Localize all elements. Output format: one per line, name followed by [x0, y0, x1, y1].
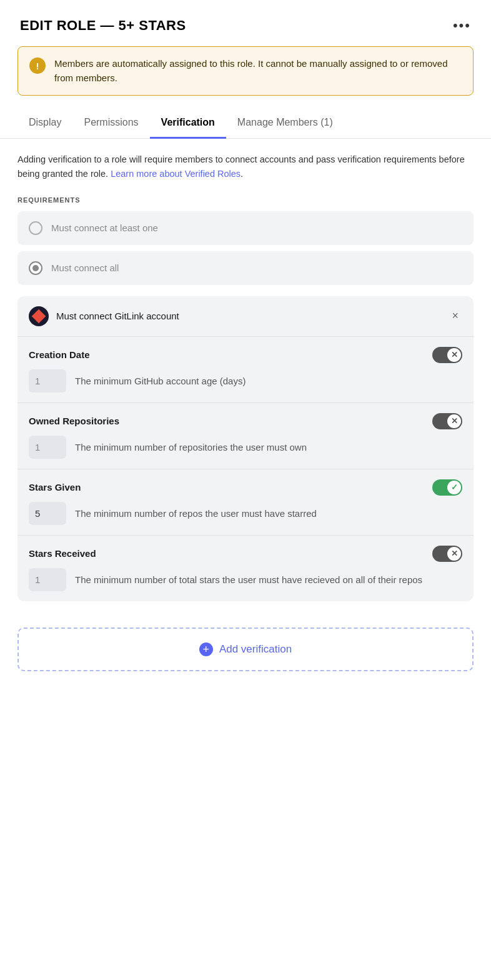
card-header-left: Must connect GitLink account	[29, 306, 179, 326]
page-title: EDIT ROLE — 5+ STARS	[20, 18, 186, 34]
tab-bar: Display Permissions Verification Manage …	[0, 108, 491, 139]
close-button[interactable]: ×	[448, 308, 462, 324]
radio-circle-at-least-one	[29, 221, 42, 235]
toggle-knob-stars-received: ✕	[447, 547, 461, 561]
radio-label-connect-all: Must connect all	[51, 262, 119, 273]
radio-circle-connect-all	[29, 261, 42, 275]
req-input-stars-given[interactable]	[29, 502, 66, 525]
req-body-stars-given: The minimum number of repos the user mus…	[29, 502, 462, 525]
req-desc-stars-received: The minimum number of total stars the us…	[75, 568, 422, 588]
add-verification-label: Add verification	[219, 643, 292, 656]
warning-banner: ! Members are automatically assigned to …	[17, 46, 474, 96]
req-input-owned-repos[interactable]	[29, 436, 66, 459]
req-title-stars-received: Stars Received	[29, 548, 96, 559]
radio-option-connect-all[interactable]: Must connect all	[17, 251, 474, 285]
more-options-button[interactable]: •••	[453, 18, 471, 34]
tab-display[interactable]: Display	[17, 108, 72, 139]
req-header-stars-received: Stars Received ✕	[29, 546, 462, 562]
verification-card: Must connect GitLink account × Creation …	[17, 296, 474, 601]
req-title-creation-date: Creation Date	[29, 349, 90, 360]
req-body-creation-date: The minimum GitHub account age (days)	[29, 369, 462, 392]
req-title-stars-given: Stars Given	[29, 482, 81, 492]
req-header-stars-given: Stars Given ✓	[29, 479, 462, 496]
req-desc-creation-date: The minimum GitHub account age (days)	[75, 369, 245, 389]
tab-verification[interactable]: Verification	[150, 108, 226, 139]
req-body-stars-received: The minimum number of total stars the us…	[29, 568, 462, 591]
req-header-creation-date: Creation Date ✕	[29, 347, 462, 363]
toggle-creation-date[interactable]: ✕	[432, 347, 462, 363]
header: EDIT ROLE — 5+ STARS •••	[0, 0, 491, 46]
gitlink-diamond	[32, 309, 46, 324]
toggle-x-icon-3: ✕	[451, 549, 458, 558]
toggle-x-icon: ✕	[451, 350, 458, 359]
warning-icon: !	[29, 58, 46, 74]
requirement-row-owned-repos: Owned Repositories ✕ The minimum number …	[17, 403, 474, 469]
content-area: Adding verification to a role will requi…	[0, 139, 491, 615]
add-verification-button[interactable]: + Add verification	[17, 628, 474, 671]
requirement-row-stars-received: Stars Received ✕ The minimum number of t…	[17, 536, 474, 601]
req-header-owned-repos: Owned Repositories ✕	[29, 413, 462, 429]
toggle-knob-creation-date: ✕	[447, 348, 461, 362]
card-header-title: Must connect GitLink account	[56, 311, 179, 321]
card-header: Must connect GitLink account ×	[17, 296, 474, 337]
warning-text: Members are automatically assigned to th…	[54, 57, 462, 85]
gitlink-icon	[29, 306, 49, 326]
req-input-creation-date[interactable]	[29, 369, 66, 392]
req-desc-stars-given: The minimum number of repos the user mus…	[75, 502, 317, 521]
learn-more-link[interactable]: Learn more about Verified Roles	[111, 169, 241, 179]
radio-option-at-least-one[interactable]: Must connect at least one	[17, 211, 474, 245]
description-text: Adding verification to a role will requi…	[17, 152, 474, 181]
req-desc-owned-repos: The minimum number of repositories the u…	[75, 436, 307, 455]
req-input-stars-received[interactable]	[29, 568, 66, 591]
req-body-owned-repos: The minimum number of repositories the u…	[29, 436, 462, 459]
plus-icon: +	[199, 642, 213, 656]
toggle-check-icon: ✓	[451, 482, 458, 492]
toggle-knob-stars-given: ✓	[447, 481, 461, 494]
toggle-stars-received[interactable]: ✕	[432, 546, 462, 562]
req-title-owned-repos: Owned Repositories	[29, 416, 119, 426]
requirement-row-stars-given: Stars Given ✓ The minimum number of repo…	[17, 469, 474, 536]
toggle-x-icon-2: ✕	[451, 416, 458, 426]
toggle-stars-given[interactable]: ✓	[432, 479, 462, 496]
requirements-label: REQUIREMENTS	[17, 196, 474, 204]
tab-permissions[interactable]: Permissions	[72, 108, 149, 139]
radio-label-at-least-one: Must connect at least one	[51, 222, 158, 233]
requirement-row-creation-date: Creation Date ✕ The minimum GitHub accou…	[17, 337, 474, 403]
toggle-owned-repos[interactable]: ✕	[432, 413, 462, 429]
toggle-knob-owned-repos: ✕	[447, 414, 461, 428]
tab-manage-members[interactable]: Manage Members (1)	[226, 108, 344, 139]
